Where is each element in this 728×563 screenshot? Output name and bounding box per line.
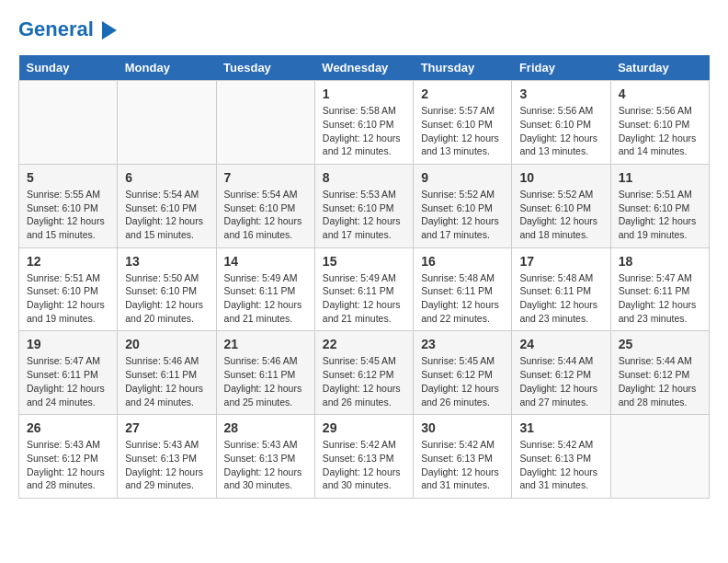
calendar-cell: 22Sunrise: 5:45 AM Sunset: 6:12 PM Dayli… [314,331,413,415]
day-info: Sunrise: 5:46 AM Sunset: 6:11 PM Dayligh… [224,354,307,408]
calendar-week-row: 5Sunrise: 5:55 AM Sunset: 6:10 PM Daylig… [19,164,710,247]
calendar-cell: 30Sunrise: 5:42 AM Sunset: 6:13 PM Dayli… [414,415,512,499]
day-number: 31 [519,420,602,435]
calendar-cell: 10Sunrise: 5:52 AM Sunset: 6:10 PM Dayli… [512,164,610,247]
calendar-cell: 19Sunrise: 5:47 AM Sunset: 6:11 PM Dayli… [19,331,118,415]
day-info: Sunrise: 5:54 AM Sunset: 6:10 PM Dayligh… [125,188,208,242]
day-info: Sunrise: 5:42 AM Sunset: 6:13 PM Dayligh… [323,438,405,492]
day-number: 29 [323,420,405,435]
calendar-cell [118,81,216,165]
calendar-cell [610,415,709,499]
day-info: Sunrise: 5:45 AM Sunset: 6:12 PM Dayligh… [421,354,504,408]
day-info: Sunrise: 5:57 AM Sunset: 6:10 PM Dayligh… [421,104,504,158]
calendar-cell: 14Sunrise: 5:49 AM Sunset: 6:11 PM Dayli… [216,247,314,331]
day-info: Sunrise: 5:50 AM Sunset: 6:10 PM Dayligh… [125,271,208,326]
calendar-week-row: 1Sunrise: 5:58 AM Sunset: 6:10 PM Daylig… [19,81,710,165]
calendar-cell: 18Sunrise: 5:47 AM Sunset: 6:11 PM Dayli… [610,247,709,331]
calendar-cell: 12Sunrise: 5:51 AM Sunset: 6:10 PM Dayli… [19,247,118,331]
day-number: 5 [27,170,109,185]
day-number: 24 [519,337,602,351]
weekday-header: Thursday [414,55,512,81]
day-info: Sunrise: 5:52 AM Sunset: 6:10 PM Dayligh… [519,188,602,242]
day-number: 27 [125,420,208,435]
day-number: 26 [27,420,109,435]
day-number: 13 [125,254,208,269]
logo-text: General [18,18,117,40]
day-info: Sunrise: 5:58 AM Sunset: 6:10 PM Dayligh… [323,104,405,158]
day-info: Sunrise: 5:46 AM Sunset: 6:11 PM Dayligh… [125,354,208,408]
calendar-cell [216,81,314,165]
day-info: Sunrise: 5:56 AM Sunset: 6:10 PM Dayligh… [519,104,602,158]
calendar-cell: 26Sunrise: 5:43 AM Sunset: 6:12 PM Dayli… [19,415,118,499]
calendar-cell: 6Sunrise: 5:54 AM Sunset: 6:10 PM Daylig… [118,164,216,247]
day-info: Sunrise: 5:49 AM Sunset: 6:11 PM Dayligh… [323,271,405,326]
day-number: 28 [224,420,307,435]
page-header: General [18,18,710,40]
day-number: 20 [125,337,208,351]
weekday-header: Friday [512,55,610,81]
day-number: 11 [619,170,701,185]
day-number: 25 [619,337,701,351]
day-info: Sunrise: 5:53 AM Sunset: 6:10 PM Dayligh… [323,188,405,242]
calendar-cell: 21Sunrise: 5:46 AM Sunset: 6:11 PM Dayli… [216,331,314,415]
day-info: Sunrise: 5:55 AM Sunset: 6:10 PM Dayligh… [27,188,109,242]
calendar-cell: 5Sunrise: 5:55 AM Sunset: 6:10 PM Daylig… [19,164,118,247]
day-info: Sunrise: 5:51 AM Sunset: 6:10 PM Dayligh… [27,271,109,326]
day-info: Sunrise: 5:51 AM Sunset: 6:10 PM Dayligh… [619,188,701,242]
weekday-header: Saturday [610,55,709,81]
calendar-cell: 16Sunrise: 5:48 AM Sunset: 6:11 PM Dayli… [414,247,512,331]
calendar-cell: 8Sunrise: 5:53 AM Sunset: 6:10 PM Daylig… [314,164,413,247]
day-number: 19 [27,337,109,351]
calendar-cell: 25Sunrise: 5:44 AM Sunset: 6:12 PM Dayli… [610,331,709,415]
calendar-week-row: 26Sunrise: 5:43 AM Sunset: 6:12 PM Dayli… [19,415,710,499]
day-number: 16 [421,254,504,269]
calendar-cell: 28Sunrise: 5:43 AM Sunset: 6:13 PM Dayli… [216,415,314,499]
day-number: 7 [224,170,307,185]
day-number: 1 [323,86,405,101]
calendar-cell: 27Sunrise: 5:43 AM Sunset: 6:13 PM Dayli… [118,415,216,499]
day-info: Sunrise: 5:44 AM Sunset: 6:12 PM Dayligh… [619,354,701,408]
weekday-header: Monday [118,55,216,81]
calendar-week-row: 12Sunrise: 5:51 AM Sunset: 6:10 PM Dayli… [19,247,710,331]
day-info: Sunrise: 5:43 AM Sunset: 6:13 PM Dayligh… [125,438,208,492]
day-number: 18 [619,254,701,269]
day-info: Sunrise: 5:56 AM Sunset: 6:10 PM Dayligh… [619,104,701,158]
day-number: 30 [421,420,504,435]
calendar-cell [19,81,118,165]
calendar-cell: 29Sunrise: 5:42 AM Sunset: 6:13 PM Dayli… [314,415,413,499]
day-info: Sunrise: 5:44 AM Sunset: 6:12 PM Dayligh… [519,354,602,408]
day-info: Sunrise: 5:47 AM Sunset: 6:11 PM Dayligh… [27,354,109,408]
calendar: SundayMondayTuesdayWednesdayThursdayFrid… [18,55,710,499]
day-info: Sunrise: 5:42 AM Sunset: 6:13 PM Dayligh… [519,438,602,492]
logo: General [18,18,117,40]
day-number: 3 [519,86,602,101]
day-info: Sunrise: 5:52 AM Sunset: 6:10 PM Dayligh… [421,188,504,242]
day-number: 14 [224,254,307,269]
calendar-cell: 31Sunrise: 5:42 AM Sunset: 6:13 PM Dayli… [512,415,610,499]
calendar-cell: 11Sunrise: 5:51 AM Sunset: 6:10 PM Dayli… [610,164,709,247]
day-number: 23 [421,337,504,351]
calendar-cell: 23Sunrise: 5:45 AM Sunset: 6:12 PM Dayli… [414,331,512,415]
day-number: 2 [421,86,504,101]
day-info: Sunrise: 5:47 AM Sunset: 6:11 PM Dayligh… [619,271,701,326]
calendar-cell: 3Sunrise: 5:56 AM Sunset: 6:10 PM Daylig… [512,81,610,165]
day-number: 10 [519,170,602,185]
calendar-cell: 2Sunrise: 5:57 AM Sunset: 6:10 PM Daylig… [414,81,512,165]
day-info: Sunrise: 5:42 AM Sunset: 6:13 PM Dayligh… [421,438,504,492]
calendar-header-row: SundayMondayTuesdayWednesdayThursdayFrid… [19,55,710,81]
weekday-header: Tuesday [216,55,314,81]
day-number: 22 [323,337,405,351]
day-number: 9 [421,170,504,185]
calendar-cell: 1Sunrise: 5:58 AM Sunset: 6:10 PM Daylig… [314,81,413,165]
calendar-cell: 24Sunrise: 5:44 AM Sunset: 6:12 PM Dayli… [512,331,610,415]
day-info: Sunrise: 5:45 AM Sunset: 6:12 PM Dayligh… [323,354,405,408]
calendar-cell: 20Sunrise: 5:46 AM Sunset: 6:11 PM Dayli… [118,331,216,415]
day-info: Sunrise: 5:49 AM Sunset: 6:11 PM Dayligh… [224,271,307,326]
calendar-cell: 15Sunrise: 5:49 AM Sunset: 6:11 PM Dayli… [314,247,413,331]
day-number: 4 [619,86,701,101]
calendar-cell: 9Sunrise: 5:52 AM Sunset: 6:10 PM Daylig… [414,164,512,247]
calendar-cell: 7Sunrise: 5:54 AM Sunset: 6:10 PM Daylig… [216,164,314,247]
day-info: Sunrise: 5:48 AM Sunset: 6:11 PM Dayligh… [421,271,504,326]
weekday-header: Wednesday [314,55,413,81]
calendar-week-row: 19Sunrise: 5:47 AM Sunset: 6:11 PM Dayli… [19,331,710,415]
